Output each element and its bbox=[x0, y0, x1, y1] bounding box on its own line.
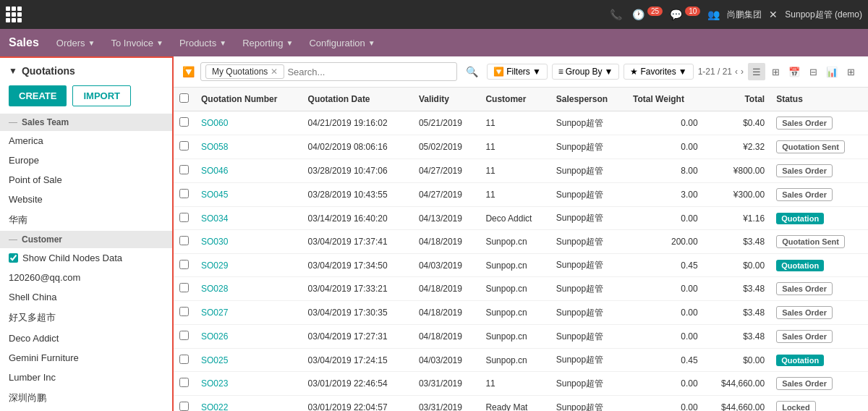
select-all-checkbox[interactable] bbox=[179, 93, 189, 103]
col-salesperson[interactable]: Salesperson bbox=[550, 88, 627, 111]
row-num[interactable]: SO058 bbox=[195, 135, 302, 159]
row-num[interactable]: SO028 bbox=[195, 277, 302, 301]
row-checkbox[interactable] bbox=[174, 396, 195, 412]
top-nav-right: 📞 🕐 25 💬 10 👥 尚鹏集团 ✕ Sunpop超管 (demo) bbox=[607, 9, 862, 21]
filters-button[interactable]: 🔽 Filters ▼ bbox=[487, 64, 548, 80]
sidebar-item-website[interactable]: Website bbox=[0, 190, 172, 209]
col-customer[interactable]: Customer bbox=[480, 88, 550, 111]
nav-reporting[interactable]: Reporting ▼ bbox=[235, 28, 300, 57]
table-row[interactable]: SO025 03/04/2019 17:24:15 04/03/2019 Sun… bbox=[174, 349, 868, 372]
row-num[interactable]: SO022 bbox=[195, 396, 302, 412]
row-customer: 11 bbox=[480, 159, 550, 183]
row-checkbox[interactable] bbox=[174, 254, 195, 277]
row-num[interactable]: SO025 bbox=[195, 349, 302, 372]
table-row[interactable]: SO023 03/01/2019 22:46:54 03/31/2019 11 … bbox=[174, 372, 868, 396]
sidebar-item-lumber[interactable]: Lumber Inc bbox=[0, 368, 172, 387]
chat-icon[interactable]: 💬 bbox=[667, 9, 685, 20]
pager-next[interactable]: › bbox=[741, 67, 744, 77]
table-row[interactable]: SO027 03/04/2019 17:30:35 04/18/2019 Sun… bbox=[174, 301, 868, 325]
sub-nav: Sales Orders ▼ To Invoice ▼ Products ▼ R… bbox=[0, 29, 868, 56]
table-row[interactable]: SO046 03/28/2019 10:47:06 04/27/2019 11 … bbox=[174, 159, 868, 183]
view-chart[interactable]: 📊 bbox=[823, 63, 841, 80]
table-row[interactable]: SO028 03/04/2019 17:33:21 04/18/2019 Sun… bbox=[174, 277, 868, 301]
sidebar-item-america[interactable]: America bbox=[0, 131, 172, 151]
col-total[interactable]: Total bbox=[704, 88, 771, 111]
nav-configuration[interactable]: Configuration ▼ bbox=[302, 28, 382, 57]
col-status[interactable]: Status bbox=[770, 88, 868, 111]
row-checkbox[interactable] bbox=[174, 349, 195, 372]
row-checkbox[interactable] bbox=[174, 111, 195, 135]
sidebar-item-haoduochao[interactable]: 好又多超市 bbox=[0, 307, 172, 329]
row-checkbox[interactable] bbox=[174, 325, 195, 349]
table-row[interactable]: SO029 03/04/2019 17:34:50 04/03/2019 Sun… bbox=[174, 254, 868, 277]
row-salesperson: Sunpop超管 bbox=[550, 396, 627, 412]
row-checkbox[interactable] bbox=[174, 207, 195, 230]
app-grid-icon[interactable] bbox=[6, 7, 22, 22]
sidebar-item-show-child[interactable]: Show Child Nodes Data bbox=[0, 248, 172, 268]
group-by-icon: ≡ bbox=[558, 67, 563, 77]
col-quotation-date[interactable]: Quotation Date bbox=[302, 88, 413, 111]
row-date: 03/04/2019 17:27:31 bbox=[302, 325, 413, 349]
row-num[interactable]: SO030 bbox=[195, 230, 302, 254]
table-row[interactable]: SO060 04/21/2019 19:16:02 05/21/2019 11 … bbox=[174, 111, 868, 135]
row-num[interactable]: SO029 bbox=[195, 254, 302, 277]
row-checkbox[interactable] bbox=[174, 230, 195, 254]
col-validity[interactable]: Validity bbox=[413, 88, 480, 111]
group-by-button[interactable]: ≡ Group By ▼ bbox=[552, 64, 620, 80]
row-checkbox[interactable] bbox=[174, 277, 195, 301]
nav-to-invoice[interactable]: To Invoice ▼ bbox=[103, 28, 170, 57]
table-row[interactable]: SO030 03/04/2019 17:37:41 04/18/2019 Sun… bbox=[174, 230, 868, 254]
sidebar-item-huanan[interactable]: 华南 bbox=[0, 209, 172, 231]
table-row[interactable]: SO034 03/14/2019 16:40:20 04/13/2019 Dec… bbox=[174, 207, 868, 230]
row-num[interactable]: SO060 bbox=[195, 111, 302, 135]
sidebar-item-deco-addict[interactable]: Deco Addict bbox=[0, 329, 172, 348]
row-num[interactable]: SO023 bbox=[195, 372, 302, 396]
row-status: Sales Order bbox=[770, 183, 868, 207]
row-customer: Sunpop.cn bbox=[480, 349, 550, 372]
close-icon[interactable]: ✕ bbox=[766, 9, 780, 20]
row-num[interactable]: SO026 bbox=[195, 325, 302, 349]
view-kanban[interactable]: ⊞ bbox=[767, 63, 784, 80]
org-menu[interactable]: 尚鹏集团 bbox=[727, 9, 762, 21]
view-grid[interactable]: ⊞ bbox=[842, 63, 859, 80]
table-row[interactable]: SO026 03/04/2019 17:27:31 04/18/2019 Sun… bbox=[174, 325, 868, 349]
row-num[interactable]: SO045 bbox=[195, 183, 302, 207]
sidebar-item-europe[interactable]: Europe bbox=[0, 151, 172, 170]
create-button[interactable]: CREATE bbox=[9, 85, 67, 106]
row-weight: 0.00 bbox=[627, 325, 704, 349]
table-row[interactable]: SO022 03/01/2019 22:04:57 03/31/2019 Rea… bbox=[174, 396, 868, 412]
row-num[interactable]: SO027 bbox=[195, 301, 302, 325]
row-num[interactable]: SO034 bbox=[195, 207, 302, 230]
show-child-checkbox[interactable] bbox=[9, 253, 18, 263]
sidebar-item-shell-china[interactable]: Shell China bbox=[0, 287, 172, 307]
row-checkbox[interactable] bbox=[174, 183, 195, 207]
table-row[interactable]: SO045 03/28/2019 10:43:55 04/27/2019 11 … bbox=[174, 183, 868, 207]
row-checkbox[interactable] bbox=[174, 372, 195, 396]
filter-tag-close[interactable]: ✕ bbox=[271, 67, 278, 77]
pager-prev[interactable]: ‹ bbox=[735, 67, 738, 77]
import-button[interactable]: IMPORT bbox=[72, 85, 131, 106]
nav-products[interactable]: Products ▼ bbox=[172, 28, 234, 57]
nav-orders[interactable]: Orders ▼ bbox=[49, 28, 103, 57]
view-list[interactable]: ☰ bbox=[748, 63, 765, 80]
phone-icon[interactable]: 📞 bbox=[607, 9, 625, 20]
favorites-button[interactable]: ★ Favorites ▼ bbox=[624, 64, 693, 80]
table-row[interactable]: SO058 04/02/2019 08:06:16 05/02/2019 11 … bbox=[174, 135, 868, 159]
people-icon[interactable]: 👥 bbox=[705, 9, 723, 20]
view-table[interactable]: ⊟ bbox=[804, 63, 822, 80]
sidebar-item-gemini[interactable]: Gemini Furniture bbox=[0, 348, 172, 368]
search-submit-icon[interactable]: 🔍 bbox=[463, 66, 481, 77]
clock-icon[interactable]: 🕐 bbox=[629, 9, 647, 20]
row-checkbox[interactable] bbox=[174, 301, 195, 325]
row-checkbox[interactable] bbox=[174, 159, 195, 183]
view-calendar[interactable]: 📅 bbox=[786, 63, 803, 80]
col-total-weight[interactable]: Total Weight bbox=[627, 88, 704, 111]
user-menu[interactable]: Sunpop超管 (demo) bbox=[785, 9, 862, 21]
col-quotation-number[interactable]: Quotation Number bbox=[195, 88, 302, 111]
search-input[interactable] bbox=[284, 65, 452, 79]
row-num[interactable]: SO046 bbox=[195, 159, 302, 183]
sidebar-item-shenzhen[interactable]: 深圳尚鹏 bbox=[0, 387, 172, 409]
sidebar-item-120260[interactable]: 120260@qq.com bbox=[0, 268, 172, 287]
sidebar-item-point-of-sale[interactable]: Point of Sale bbox=[0, 170, 172, 190]
row-checkbox[interactable] bbox=[174, 135, 195, 159]
